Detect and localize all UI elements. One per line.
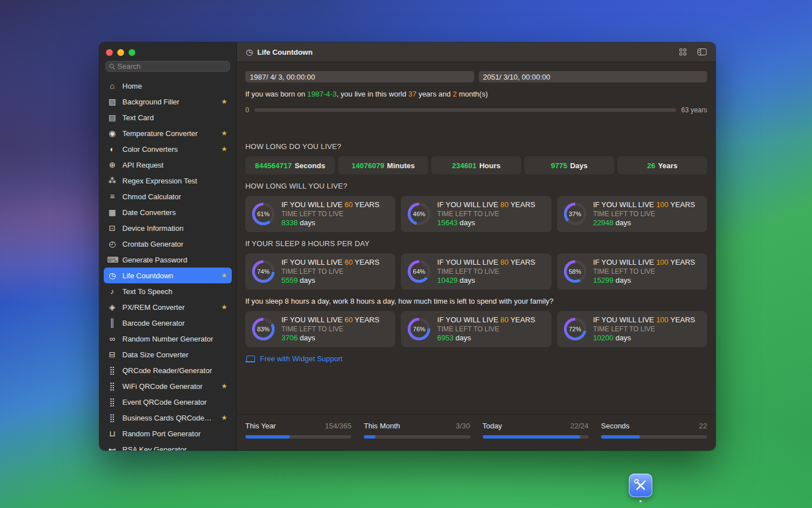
footer-stat-track [364,435,470,439]
sidebar-item-wifi-qrcode-generator[interactable]: ⣿ WiFi QRCode Generator ★ [104,378,232,394]
ring-percent-label: 64% [413,268,425,275]
card-title: IF YOU WILL LIVE 60 YEARS [281,316,379,325]
sidebar-item-life-countdown[interactable]: ◷ Life Countdown ★ [104,268,232,283]
card-days: 8338 days [281,218,379,227]
favorite-star-icon: ★ [221,271,227,279]
stat-unit: Hours [479,161,501,170]
card-title: IF YOU WILL LIVE 100 YEARS [593,316,695,325]
event-qrcode-generator-icon: ⣿ [107,397,117,406]
sidebar-item-barcode-generator[interactable]: ║ Barcode Generator ★ [104,315,232,331]
footer-stat-track [483,435,589,439]
progress-min-label: 0 [245,106,249,114]
data-size-converter-icon: ⊟ [107,350,117,359]
footer-stat: Today 22/24 [483,422,589,450]
sidebar-item-random-port-generator[interactable]: ⊔ Random Port Generator ★ [104,426,232,441]
footer-stat: This Month 3/30 [364,422,470,450]
sidebar-item-text-card[interactable]: ▤ Text Card ★ [104,110,232,125]
ring-percent-label: 58% [569,268,581,275]
card-days: 15299 days [593,276,695,285]
random-number-generator-icon: ∞ [107,334,117,343]
ring-percent-label: 74% [257,268,270,275]
stat-unit: Days [570,161,588,170]
footer-stat-label: Today [483,422,502,430]
sidebar-item-generate-password[interactable]: ⌨ Generate Password ★ [104,252,232,268]
sidebar-item-background-filler[interactable]: ▨ Background Filler ★ [104,94,232,110]
sidebar-item-crontab-generator[interactable]: ◴ Crontab Generator ★ [104,236,232,252]
life-expectancy-card: 64% IF YOU WILL LIVE 80 YEARS TIME LEFT … [401,253,551,290]
zoom-window-button[interactable] [129,49,135,56]
stat-value: 14076079 [352,161,385,170]
card-title: IF YOU WILL LIVE 80 YEARS [437,316,535,325]
widgets-grid-icon[interactable] [679,49,686,55]
footer-stats-bar: This Year 154/365 This Month 3/30 Today … [237,414,716,450]
cards-row: 83% IF YOU WILL LIVE 60 YEARS TIME LEFT … [245,311,707,347]
life-section: If YOUR SLEEP 8 HOURS PER DAY 74% IF YOU… [245,239,707,290]
close-window-button[interactable] [106,49,113,56]
sidebar-item-rsa-key-generator[interactable]: ⊷ RSA Key Generator ★ [104,441,232,450]
sidebar-item-chmod-calculator[interactable]: ≡ Chmod Calculator ★ [104,189,232,204]
progress-ring: 72% [564,318,586,340]
progress-ring: 83% [252,318,275,340]
random-port-generator-icon: ⊔ [107,429,117,438]
card-title: IF YOU WILL LIVE 80 YEARS [437,200,535,209]
text-to-speech-icon: ♪ [107,287,117,296]
progress-ring: 61% [252,203,275,225]
search-field[interactable] [105,61,230,72]
life-expectancy-card: 58% IF YOU WILL LIVE 100 YEARS TIME LEFT… [557,253,707,290]
sidebar-item-label: Data Size Converter [122,351,188,359]
traffic-lights [99,42,236,56]
sidebar-item-color-converters[interactable]: ◐ Color Converters ★ [104,141,232,157]
footer-stat-label: Seconds [601,422,630,430]
progress-ring: 46% [408,203,430,225]
widget-support-link[interactable]: Free with Widget Support [245,354,707,363]
search-input[interactable] [117,62,226,71]
favorite-star-icon: ★ [221,382,227,390]
footer-stat-fill [483,435,580,439]
life-expectancy-card: 61% IF YOU WILL LIVE 60 YEARS TIME LEFT … [245,196,395,232]
card-subtitle: TIME LEFT TO LIVE [281,209,379,218]
section-heading: If you sleep 8 hours a day, work 8 hours… [245,297,707,305]
sidebar-item-random-number-generator[interactable]: ∞ Random Number Generator ★ [104,331,232,347]
footer-stat-track [245,435,351,439]
sidebar-item-device-information[interactable]: ⊡ Device Information ★ [104,220,232,236]
sidebar-item-event-qrcode-generator[interactable]: ⣿ Event QRCode Generator ★ [104,394,232,410]
card-subtitle: TIME LEFT TO LIVE [437,209,535,218]
sidebar-item-temperature-converter[interactable]: ◉ Temperature Converter ★ [104,125,232,141]
wifi-qrcode-generator-icon: ⣿ [107,382,117,391]
lived-stat-box: 844564717 Seconds [245,156,335,174]
life-expectancy-card: 76% IF YOU WILL LIVE 80 YEARS TIME LEFT … [401,311,551,347]
sidebar-nav: ⌂ Home ★ ▨ Background Filler ★ ▤ Text Ca… [99,78,236,450]
sidebar-item-date-converters[interactable]: ▦ Date Converters ★ [104,204,232,220]
lived-stats-row: 844564717 Seconds 14076079 Minutes 23460… [245,156,707,174]
stat-unit: Seconds [294,161,325,170]
minimize-window-button[interactable] [117,49,124,56]
birth-date-field[interactable] [245,71,474,82]
sidebar-item-label: Background Filler [122,98,179,106]
sidebar-item-text-to-speech[interactable]: ♪ Text To Speech ★ [104,283,232,299]
sidebar-item-regex-expression-test[interactable]: ⁂ Regex Expression Test ★ [104,173,232,189]
dock-app-icon[interactable] [629,474,652,497]
death-date-field[interactable] [479,71,708,82]
life-expectancy-card: 37% IF YOU WILL LIVE 100 YEARS TIME LEFT… [557,196,707,232]
sidebar-item-label: API Request [122,161,164,169]
sidebar-item-home[interactable]: ⌂ Home ★ [104,78,232,94]
ring-percent-label: 37% [569,211,581,217]
sidebar-item-api-request[interactable]: ⊕ API Request ★ [104,157,232,173]
sidebar-item-data-size-converter[interactable]: ⊟ Data Size Converter ★ [104,347,232,362]
widget-icon [245,356,255,362]
device-information-icon: ⊡ [107,224,117,233]
sidebar-item-business-cards-qrcode[interactable]: ⣿ Business Cards QRCode… ★ [104,410,232,426]
sidebar-item-qrcode-reader-generator[interactable]: ⣿ QRCode Reader/Generator ★ [104,362,232,378]
footer-stat: This Year 154/365 [245,422,351,450]
px-rem-converter-icon: ◈ [107,303,117,312]
sidebar-item-px-rem-converter[interactable]: ◈ PX/REM Converter ★ [104,299,232,315]
app-window: ⌂ Home ★ ▨ Background Filler ★ ▤ Text Ca… [99,42,716,450]
card-subtitle: TIME LEFT TO LIVE [593,267,695,276]
lived-stat-box: 14076079 Minutes [338,156,428,174]
api-request-icon: ⊕ [107,160,117,169]
dock-running-indicator [639,500,642,502]
sidebar-item-label: Business Cards QRCode… [122,414,211,422]
toggle-sidebar-icon[interactable] [698,49,707,55]
card-subtitle: TIME LEFT TO LIVE [593,209,695,218]
footer-stat: Seconds 22 [601,422,707,450]
